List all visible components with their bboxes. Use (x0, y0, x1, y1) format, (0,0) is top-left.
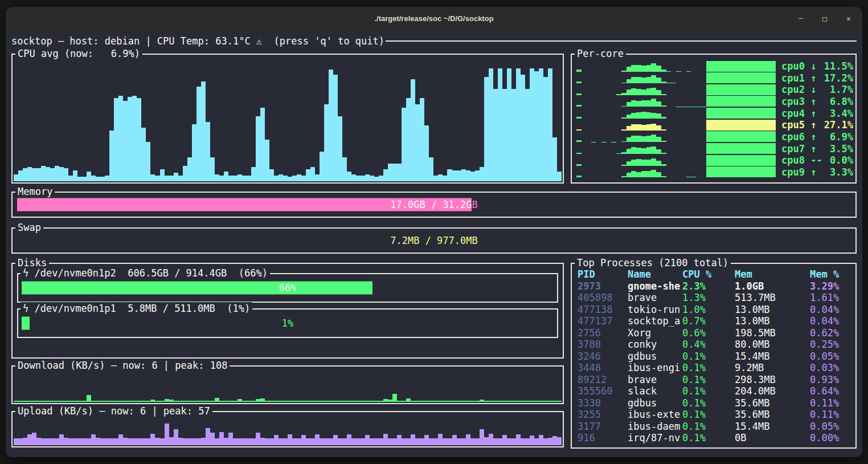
cell-mem: 298.3MB (735, 374, 810, 386)
chart-bar (470, 401, 475, 402)
sparkline-bar (711, 131, 716, 142)
sparkline-bar (721, 131, 726, 142)
process-row[interactable]: 405898brave1.3%513.7MB1.61% (578, 292, 853, 304)
process-row[interactable]: 3177ibus-daem0.1%15.4MB0.05% (578, 421, 853, 433)
chart-bar (224, 172, 228, 181)
process-row[interactable]: 3448ibus-engi0.1%9.2MB0.03% (578, 362, 853, 374)
sparkline-bar (661, 105, 666, 107)
process-row[interactable]: 916irq/87-nv0.1%0B0.00% (578, 432, 853, 444)
per-core-row: cpu3 ↑ 6.8% (576, 96, 853, 107)
chart-bar (141, 401, 146, 402)
sparkline-bar (661, 129, 666, 131)
process-row[interactable]: 355560slack0.1%204.0MB0.64% (578, 385, 853, 397)
chart-bar (402, 401, 406, 402)
cell-cpu: CPU % (682, 268, 735, 280)
process-row[interactable]: 2756Xorg0.6%198.5MB0.62% (578, 327, 853, 339)
close-button[interactable]: ✕ (844, 14, 853, 23)
process-row[interactable]: 3255ibus-exte0.1%35.6MB0.11% (578, 409, 853, 421)
process-row[interactable]: 3780conky0.4%80.0MB0.25% (578, 339, 853, 351)
process-row[interactable]: 89212brave0.1%298.3MB0.93% (578, 374, 853, 386)
chart-bar (429, 157, 433, 181)
cell-name: ibus-engi (628, 362, 682, 374)
chart-bar (150, 434, 155, 445)
process-row[interactable]: 477137socktop_a0.7%13.0MB0.04% (578, 315, 853, 327)
chart-bar (192, 401, 196, 402)
chart-bar (36, 438, 41, 445)
chart-bar (402, 108, 406, 181)
chart-bar (484, 77, 489, 181)
chart-bar (320, 438, 324, 445)
upload-panel: Upload (KB/s) — now: 6 | peak: 57 (11, 411, 564, 447)
cell-pid: 477138 (578, 304, 628, 316)
sparkline-bar (746, 72, 751, 83)
sparkline-bar (771, 84, 776, 95)
minimize-button[interactable]: ─ (796, 14, 805, 23)
sparkline-bar (731, 72, 736, 83)
sparkline-bar (651, 99, 656, 107)
chart-bar (219, 176, 224, 181)
process-row[interactable]: 3330gdbus0.1%35.6MB0.11% (578, 397, 853, 409)
core-usage-value: 27.1% (824, 119, 853, 131)
per-core-label: cpu1 ↑17.2% (781, 72, 853, 84)
sparkline-bar (661, 164, 666, 166)
per-core-panel: Per-core cpu0 ↓11.5%cpu1 ↑17.2%cpu2 ↓ 1.… (571, 54, 857, 184)
chart-bar (228, 433, 233, 445)
chart-bar (91, 401, 96, 402)
process-row[interactable]: 2973gnome-she2.3%1.0GB3.29% (578, 280, 853, 292)
sparkline-bar (661, 176, 666, 178)
sparkline-bar (621, 117, 627, 119)
disk-title: ϟ /dev/nvme0n1p1 5.8MB / 511.0MB (1%) (21, 302, 252, 315)
sparkline-bar (636, 136, 641, 142)
sparkline-bar (676, 107, 681, 107)
process-row[interactable]: 477138tokio-run1.0%13.0MB0.04% (578, 304, 853, 316)
sparkline-bar (736, 108, 741, 119)
sparkline-bar (741, 166, 746, 177)
sparkline-bar (771, 108, 776, 119)
chart-bar (41, 401, 46, 402)
chart-bar (14, 438, 18, 445)
sparkline-bar (681, 107, 686, 107)
chart-bar (315, 434, 320, 445)
cell-pid: PID (578, 268, 628, 280)
cell-cpu: 0.1% (682, 385, 735, 397)
core-usage-value: 0.0% (824, 154, 853, 166)
cell-memp: 0.04% (810, 315, 853, 327)
sparkline-bar (761, 131, 766, 142)
chart-bar (155, 438, 159, 445)
sparkline-bar (711, 120, 716, 131)
titlebar[interactable]: ./target/release/soc ~/D/G/socktop ─ □ ✕ (6, 7, 862, 30)
sparkline-bar (627, 102, 632, 107)
chart-bar (59, 434, 64, 445)
process-row[interactable]: 3246gdbus0.1%15.4MB0.05% (578, 351, 853, 363)
disk-title: ϟ /dev/nvme0n1p2 606.5GB / 914.4GB (66%) (21, 267, 270, 279)
sparkline-bar (631, 65, 636, 72)
chart-bar (215, 398, 219, 402)
sparkline-bar (741, 131, 746, 142)
chart-bar (333, 435, 338, 445)
sparkline-bar (631, 113, 636, 119)
chart-bar (18, 401, 23, 402)
chart-bar (306, 169, 310, 181)
chart-bar (201, 82, 206, 181)
sparkline-bar (736, 72, 741, 83)
chart-bar (178, 176, 183, 181)
sparkline-bar (631, 77, 636, 83)
cell-cpu: 0.1% (682, 397, 735, 409)
cell-mem: 13.0MB (735, 304, 810, 316)
sparkline-bar (651, 124, 656, 130)
chart-bar (539, 68, 543, 181)
chart-bar (68, 438, 73, 445)
maximize-button[interactable]: □ (820, 14, 829, 23)
sparkline-bar (706, 120, 711, 131)
swap-gauge: 7.2MB / 977.0MB7.2MB / 977.0MB (17, 234, 851, 247)
sparkline-bar (751, 143, 756, 154)
chart-bar (433, 438, 438, 445)
per-core-row: cpu8 -- 0.0% (576, 154, 853, 166)
sparkline-bar (726, 84, 731, 95)
chart-bar (383, 434, 388, 445)
chart-bar (493, 401, 498, 402)
sparkline-bar (716, 108, 721, 119)
sparkline-bar (646, 88, 652, 95)
sparkline-bar (761, 72, 766, 83)
sparkline-bar (731, 108, 736, 119)
